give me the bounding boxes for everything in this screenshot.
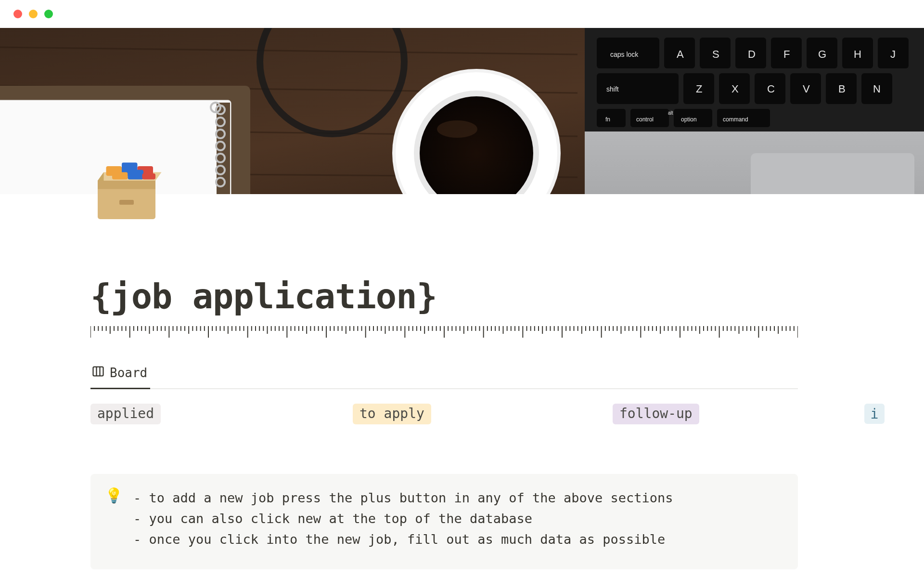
- svg-rect-66: [98, 181, 155, 189]
- close-icon[interactable]: [13, 10, 22, 18]
- svg-text:control: control: [636, 116, 654, 123]
- svg-rect-69: [119, 200, 134, 205]
- ruler-divider: [90, 325, 798, 344]
- svg-text:B: B: [838, 83, 846, 95]
- svg-marker-68: [98, 172, 104, 181]
- callout-text: - to add a new job press the plus button…: [133, 487, 673, 550]
- svg-text:G: G: [818, 48, 826, 60]
- svg-text:fn: fn: [605, 116, 610, 123]
- svg-text:J: J: [890, 48, 896, 60]
- svg-rect-74: [128, 170, 144, 180]
- lightbulb-icon: 💡: [105, 488, 123, 550]
- svg-text:Z: Z: [696, 83, 702, 95]
- svg-text:V: V: [803, 83, 810, 95]
- svg-text:N: N: [873, 83, 881, 95]
- svg-rect-257: [93, 367, 103, 376]
- board-icon: [91, 365, 105, 381]
- svg-text:S: S: [712, 48, 719, 60]
- svg-text:option: option: [681, 116, 697, 123]
- page-icon[interactable]: [90, 154, 163, 226]
- column-follow-up[interactable]: follow-up: [613, 404, 699, 424]
- help-callout: 💡 - to add a new job press the plus butt…: [90, 474, 798, 569]
- column-applied[interactable]: applied: [90, 404, 161, 424]
- svg-rect-75: [142, 173, 156, 180]
- column-to-apply[interactable]: to apply: [353, 404, 431, 424]
- svg-text:command: command: [723, 116, 748, 123]
- page-title[interactable]: {job application}: [90, 276, 832, 316]
- svg-point-22: [437, 120, 477, 138]
- board-columns: applied to apply follow-up i: [90, 404, 798, 431]
- svg-text:A: A: [677, 48, 684, 60]
- svg-rect-73: [112, 172, 128, 180]
- svg-text:C: C: [767, 83, 775, 95]
- svg-text:shift: shift: [606, 85, 619, 93]
- svg-text:alt: alt: [668, 110, 673, 116]
- info-button[interactable]: i: [864, 404, 885, 424]
- tab-board[interactable]: Board: [90, 361, 150, 389]
- svg-text:D: D: [748, 48, 756, 60]
- svg-text:F: F: [783, 48, 790, 60]
- view-tabs: Board: [90, 361, 798, 389]
- svg-text:X: X: [732, 83, 739, 95]
- svg-text:caps lock: caps lock: [610, 51, 639, 58]
- zoom-icon[interactable]: [44, 10, 53, 18]
- minimize-icon[interactable]: [29, 10, 38, 18]
- svg-text:H: H: [854, 48, 861, 60]
- svg-rect-64: [751, 153, 914, 194]
- svg-rect-40: [597, 109, 626, 127]
- tab-label: Board: [110, 366, 147, 380]
- window-titlebar: [0, 0, 924, 28]
